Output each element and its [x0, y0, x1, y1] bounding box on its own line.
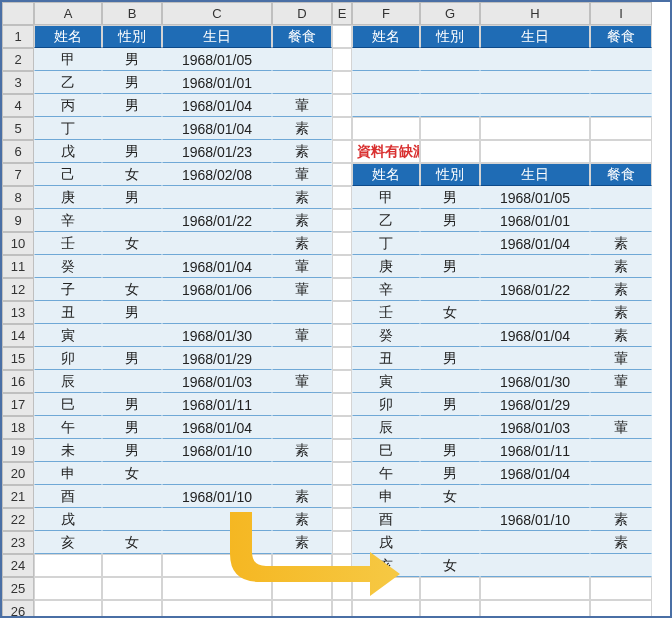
data-cell[interactable]: 葷: [590, 370, 652, 393]
data-cell[interactable]: 酉: [352, 508, 420, 531]
data-cell[interactable]: 子: [34, 278, 102, 301]
row-header[interactable]: 24: [2, 554, 34, 577]
data-cell[interactable]: 未: [34, 439, 102, 462]
data-cell[interactable]: [420, 278, 480, 301]
cell[interactable]: [332, 370, 352, 393]
row-header[interactable]: 22: [2, 508, 34, 531]
data-cell[interactable]: 午: [34, 416, 102, 439]
table-header[interactable]: 餐食: [272, 25, 332, 48]
data-cell[interactable]: [590, 71, 652, 94]
data-cell[interactable]: 素: [590, 255, 652, 278]
data-cell[interactable]: [420, 531, 480, 554]
cell[interactable]: [590, 140, 652, 163]
row-header[interactable]: 20: [2, 462, 34, 485]
data-cell[interactable]: [272, 347, 332, 370]
data-cell[interactable]: [480, 94, 590, 117]
data-cell[interactable]: 酉: [34, 485, 102, 508]
data-cell[interactable]: 丑: [34, 301, 102, 324]
cell[interactable]: [332, 140, 352, 163]
column-header[interactable]: F: [352, 2, 420, 25]
data-cell[interactable]: 葷: [272, 278, 332, 301]
cell[interactable]: [332, 163, 352, 186]
data-cell[interactable]: [420, 508, 480, 531]
data-cell[interactable]: [590, 186, 652, 209]
cell[interactable]: [332, 439, 352, 462]
row-header[interactable]: 23: [2, 531, 34, 554]
data-cell[interactable]: 癸: [34, 255, 102, 278]
data-cell[interactable]: 女: [420, 554, 480, 577]
data-cell[interactable]: 辛: [34, 209, 102, 232]
cell[interactable]: [102, 577, 162, 600]
cell[interactable]: [332, 48, 352, 71]
cell[interactable]: [162, 600, 272, 618]
data-cell[interactable]: 辰: [352, 416, 420, 439]
data-cell[interactable]: [420, 71, 480, 94]
cell[interactable]: [332, 347, 352, 370]
cell[interactable]: [34, 554, 102, 577]
data-cell[interactable]: [352, 71, 420, 94]
data-cell[interactable]: 葷: [590, 416, 652, 439]
data-cell[interactable]: 巳: [352, 439, 420, 462]
table-header[interactable]: 性別: [420, 163, 480, 186]
data-cell[interactable]: 亥: [352, 554, 420, 577]
data-cell[interactable]: 素: [272, 117, 332, 140]
data-cell[interactable]: [162, 301, 272, 324]
data-cell[interactable]: [480, 255, 590, 278]
cell[interactable]: [480, 577, 590, 600]
data-cell[interactable]: [420, 370, 480, 393]
data-cell[interactable]: [590, 462, 652, 485]
data-cell[interactable]: 寅: [352, 370, 420, 393]
cell[interactable]: [102, 554, 162, 577]
data-cell[interactable]: 1968/01/03: [162, 370, 272, 393]
data-cell[interactable]: 1968/01/10: [162, 439, 272, 462]
data-cell[interactable]: 申: [352, 485, 420, 508]
data-cell[interactable]: 男: [420, 186, 480, 209]
data-cell[interactable]: [272, 301, 332, 324]
data-cell[interactable]: [272, 71, 332, 94]
row-header[interactable]: 15: [2, 347, 34, 370]
cell[interactable]: [162, 554, 272, 577]
column-header[interactable]: I: [590, 2, 652, 25]
data-cell[interactable]: [162, 508, 272, 531]
data-cell[interactable]: 1968/01/05: [162, 48, 272, 71]
data-cell[interactable]: 素: [590, 278, 652, 301]
cell[interactable]: [332, 255, 352, 278]
data-cell[interactable]: [272, 462, 332, 485]
cell[interactable]: [332, 209, 352, 232]
data-cell[interactable]: [102, 485, 162, 508]
data-cell[interactable]: 素: [272, 186, 332, 209]
table-header[interactable]: 姓名: [34, 25, 102, 48]
table-header[interactable]: 姓名: [352, 25, 420, 48]
data-cell[interactable]: [102, 117, 162, 140]
spreadsheet-grid[interactable]: ABCDEFGHI1姓名性別生日餐食姓名性別生日餐食2甲男1968/01/053…: [2, 2, 670, 618]
cell[interactable]: [102, 600, 162, 618]
data-cell[interactable]: [420, 94, 480, 117]
table-header[interactable]: 生日: [480, 25, 590, 48]
data-cell[interactable]: 葷: [272, 163, 332, 186]
data-cell[interactable]: 壬: [352, 301, 420, 324]
data-cell[interactable]: 庚: [352, 255, 420, 278]
cell[interactable]: [332, 485, 352, 508]
data-cell[interactable]: [272, 393, 332, 416]
data-cell[interactable]: 巳: [34, 393, 102, 416]
data-cell[interactable]: 1968/01/05: [480, 186, 590, 209]
data-cell[interactable]: 1968/01/04: [162, 94, 272, 117]
data-cell[interactable]: 女: [420, 485, 480, 508]
data-cell[interactable]: [102, 255, 162, 278]
cell[interactable]: [272, 577, 332, 600]
data-cell[interactable]: 1968/01/01: [162, 71, 272, 94]
table-header[interactable]: 餐食: [590, 25, 652, 48]
data-cell[interactable]: 申: [34, 462, 102, 485]
data-cell[interactable]: 卯: [34, 347, 102, 370]
row-header[interactable]: 5: [2, 117, 34, 140]
data-cell[interactable]: [590, 393, 652, 416]
data-cell[interactable]: 男: [420, 439, 480, 462]
data-cell[interactable]: 乙: [34, 71, 102, 94]
cell[interactable]: [590, 577, 652, 600]
data-cell[interactable]: 1968/01/30: [480, 370, 590, 393]
row-header[interactable]: 6: [2, 140, 34, 163]
data-cell[interactable]: [590, 209, 652, 232]
data-cell[interactable]: 男: [102, 416, 162, 439]
data-cell[interactable]: 戌: [352, 531, 420, 554]
cell[interactable]: [332, 531, 352, 554]
